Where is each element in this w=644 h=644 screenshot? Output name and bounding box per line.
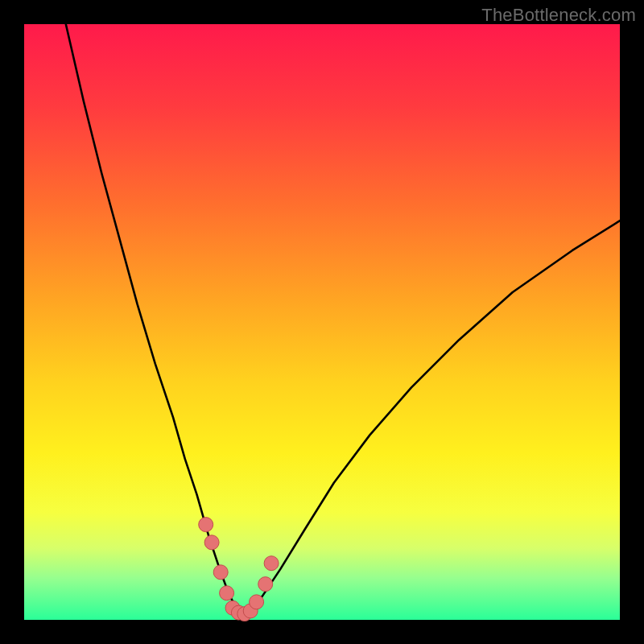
marker-group: [199, 518, 279, 621]
marker-point: [250, 595, 264, 609]
bottleneck-curve: [66, 24, 620, 615]
marker-point: [264, 556, 279, 571]
marker-point: [204, 535, 219, 550]
marker-point: [258, 577, 273, 592]
marker-point: [220, 586, 234, 601]
marker-point: [199, 518, 213, 532]
outer-frame: TheBottleneck.com: [0, 0, 644, 644]
plot-area: [24, 24, 620, 620]
plot-svg: [24, 24, 620, 620]
watermark-text: TheBottleneck.com: [481, 5, 636, 26]
marker-point: [213, 565, 228, 580]
